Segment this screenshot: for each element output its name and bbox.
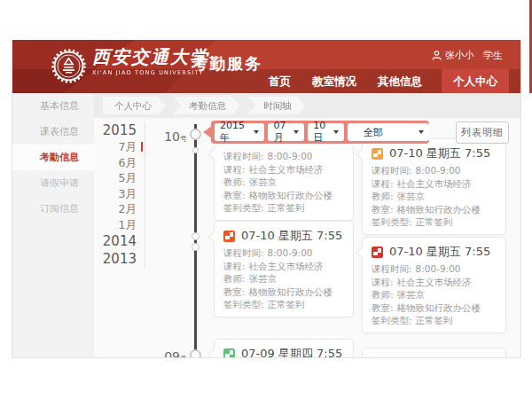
- attendance-status-icon: [223, 231, 235, 242]
- field-label: 签到类型:: [223, 299, 264, 309]
- filter-bubble: 2015年 07月 10日 全部: [211, 121, 429, 144]
- sidebar-item-subscription-info[interactable]: 订阅信息: [12, 196, 94, 222]
- field-label: 签到类型:: [372, 315, 412, 325]
- card-date: 07-10 星期五 7:55: [389, 145, 490, 161]
- category-select[interactable]: 全部: [348, 123, 429, 141]
- sidebar: 基本信息 课表信息 考勤信息 请假申请 订阅信息: [12, 93, 94, 357]
- field-value: 8:00-9:00: [416, 165, 461, 176]
- sidebar-item-leave-request[interactable]: 请假申请: [12, 170, 94, 196]
- service-title: 考勤服务: [192, 53, 262, 74]
- person-icon: [432, 51, 442, 60]
- card-date: 07-10 星期五 7:55: [389, 244, 490, 260]
- sidebar-item-basic-info[interactable]: 基本信息: [12, 93, 94, 119]
- user-name: 张小小: [445, 49, 474, 62]
- field-value: 格物致知行政办公楼: [249, 286, 333, 297]
- field-label: 教师:: [372, 191, 394, 201]
- field-value: 张芸京: [397, 191, 426, 201]
- timeline-node-small-1: [192, 147, 199, 153]
- breadcrumb-timeline[interactable]: 时间轴: [247, 97, 306, 114]
- field-label: 教室:: [223, 286, 246, 297]
- attendance-card-row3-right: [362, 348, 506, 358]
- field-label: 课程:: [223, 164, 246, 175]
- year-select[interactable]: 2015年: [215, 123, 264, 141]
- period-list: 2015 7月 6月 5月 3月 2月 1月 2014 2013: [94, 121, 145, 269]
- breadcrumb-personal-center[interactable]: 个人中心: [103, 97, 166, 114]
- period-june[interactable]: 6月: [94, 155, 145, 171]
- field-value: 社会主义市场经济: [397, 178, 472, 189]
- breadcrumb-attendance-info[interactable]: 考勤信息: [173, 97, 240, 114]
- card-date: 07-10 星期五 7:55: [241, 228, 342, 244]
- attendance-card-row1-left: 课程时间:8:00-9:00 课程:社会主义市场经济 教师:张芸京 教室:格物致…: [214, 144, 354, 221]
- month-select[interactable]: 07月: [268, 123, 304, 141]
- field-value: 正常签到: [416, 216, 453, 227]
- card-date: 07-09 星期四 7:55: [241, 346, 342, 358]
- user-info[interactable]: 张小小 学生: [432, 49, 503, 62]
- field-value: 张芸京: [397, 289, 426, 300]
- list-detail-button[interactable]: 列表明细: [456, 121, 509, 144]
- field-value: 正常签到: [416, 315, 453, 325]
- field-value: 社会主义市场经济: [249, 261, 324, 271]
- field-value: 格物致知行政办公楼: [397, 204, 481, 215]
- app-header: 西安交通大学 XI'AN JIAO TONG UNIVERSITY 考勤服务 张…: [12, 40, 520, 93]
- field-value: 正常签到: [268, 299, 305, 309]
- attendance-status-icon: [372, 148, 383, 160]
- field-label: 教室:: [372, 302, 394, 313]
- attendance-card-row2-left: 07-10 星期五 7:55 课程时间:8:00-9:00 课程:社会主义市场经…: [214, 221, 354, 317]
- attendance-card-row3-left: 07-09 星期四 7:55: [214, 339, 354, 358]
- field-value: 格物致知行政办公楼: [249, 190, 333, 200]
- field-value: 8:00-9:00: [416, 263, 461, 274]
- field-label: 教室:: [223, 190, 246, 200]
- period-march[interactable]: 3月: [94, 186, 145, 202]
- field-label: 课程时间:: [223, 151, 264, 161]
- field-value: 张芸京: [249, 273, 278, 284]
- field-value: 8:00-9:00: [268, 247, 313, 258]
- timeline-node-day09: [190, 349, 201, 359]
- field-value: 张芸京: [249, 176, 278, 187]
- field-label: 课程:: [223, 261, 246, 271]
- period-january[interactable]: 1月: [94, 217, 145, 233]
- main-nav: 首页 教室情况 其他信息 个人中心: [267, 69, 509, 93]
- breadcrumb: 个人中心 考勤信息 时间轴: [94, 93, 520, 118]
- user-role: 学生: [483, 49, 503, 62]
- chevron-down-icon: [333, 130, 339, 134]
- field-label: 教师:: [223, 273, 246, 284]
- attendance-card-row2-right: 07-10 星期五 7:55 课程时间:8:00-9:00 课程:社会主义市场经…: [362, 237, 506, 333]
- attendance-status-icon: [223, 348, 235, 359]
- period-2013[interactable]: 2013: [94, 250, 145, 268]
- field-label: 教室:: [372, 204, 394, 215]
- nav-personal-center-active[interactable]: 个人中心: [442, 69, 509, 93]
- chevron-down-icon: [419, 130, 424, 134]
- field-label: 签到类型:: [372, 216, 412, 227]
- period-may[interactable]: 5月: [94, 170, 145, 186]
- nav-home[interactable]: 首页: [267, 69, 293, 93]
- app-window: 西安交通大学 XI'AN JIAO TONG UNIVERSITY 考勤服务 张…: [12, 40, 521, 358]
- field-value: 社会主义市场经济: [397, 277, 472, 287]
- field-label: 教师:: [223, 176, 246, 187]
- field-label: 课程:: [372, 178, 394, 189]
- page-canvas: { "header": { "university": "西安交通大学", "u…: [0, 0, 532, 399]
- day-label-10: 10号: [152, 128, 187, 145]
- sidebar-item-attendance-info[interactable]: 考勤信息: [12, 145, 94, 170]
- field-label: 课程:: [372, 277, 394, 287]
- field-label: 课程时间:: [372, 263, 412, 274]
- field-label: 课程时间:: [223, 247, 264, 258]
- period-february[interactable]: 2月: [94, 201, 145, 217]
- attendance-status-icon: [372, 246, 383, 258]
- timeline-node-small-3: [192, 243, 200, 251]
- timeline-axis: [194, 124, 197, 358]
- attendance-card-row1-right: 07-10 星期五 7:55 课程时间:8:00-9:00 课程:社会主义市场经…: [362, 138, 506, 235]
- period-2015[interactable]: 2015: [94, 121, 145, 139]
- nav-classrooms[interactable]: 教室情况: [310, 69, 358, 93]
- chevron-down-icon: [293, 130, 299, 134]
- chevron-down-icon: [254, 130, 259, 134]
- field-label: 课程时间:: [372, 165, 412, 176]
- day-select[interactable]: 10日: [308, 123, 344, 141]
- university-seal-logo: [51, 49, 86, 83]
- period-2014[interactable]: 2014: [94, 232, 145, 250]
- field-label: 签到类型:: [223, 202, 264, 213]
- sidebar-item-schedule-info[interactable]: 课表信息: [12, 119, 94, 145]
- nav-other-info[interactable]: 其他信息: [376, 69, 424, 93]
- period-july-active[interactable]: 7月: [94, 139, 145, 155]
- field-label: 教师:: [372, 289, 394, 300]
- field-value: 社会主义市场经济: [249, 164, 324, 175]
